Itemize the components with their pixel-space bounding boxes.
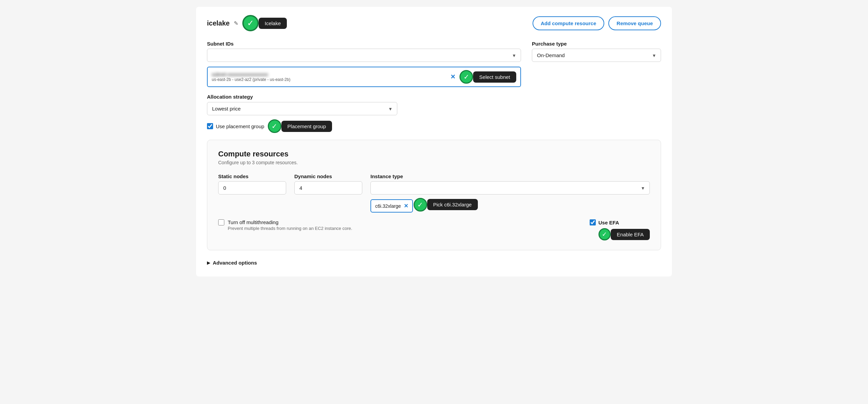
selected-subnet-item: subnet-xxxxxxxxxxxxxxxxx us-east-2b - us… (207, 67, 521, 87)
efa-label: Use EFA (598, 220, 619, 225)
queue-name: icelake (207, 19, 230, 27)
compute-resources-title: Compute resources (218, 150, 650, 158)
icelake-check-icon: ✓ (242, 15, 259, 31)
pick-instance-tooltip: Pick c6i.32xlarge (427, 199, 478, 210)
purchase-type-label: Purchase type (532, 41, 661, 47)
select-subnet-tooltip: Select subnet (473, 71, 516, 83)
subnet-ids-select[interactable] (207, 49, 521, 62)
static-nodes-input[interactable] (218, 181, 286, 195)
subnet-name: subnet-xxxxxxxxxxxxxxxxx (212, 72, 448, 77)
remove-queue-button[interactable]: Remove queue (608, 16, 661, 30)
placement-group-label[interactable]: Use placement group (207, 123, 264, 129)
efa-checkbox[interactable] (590, 219, 596, 225)
add-compute-resource-button[interactable]: Add compute resource (533, 16, 604, 30)
allocation-strategy-select[interactable]: Lowest price (207, 102, 397, 115)
efa-check-icon: ✓ (598, 228, 611, 240)
static-nodes-label: Static nodes (218, 173, 286, 179)
placement-group-text: Use placement group (216, 123, 264, 129)
selected-instance-tag: c6i.32xlarge ✕ (370, 199, 413, 213)
subnet-check-icon: ✓ (459, 70, 473, 84)
instance-check-icon: ✓ (414, 198, 427, 212)
allocation-strategy-label: Allocation strategy (207, 94, 253, 100)
compute-resources-section: Compute resources Configure up to 3 comp… (207, 140, 661, 250)
purchase-type-select[interactable]: On-Demand (532, 49, 661, 62)
advanced-options-label: Advanced options (213, 260, 257, 266)
advanced-options-toggle[interactable]: ▶ Advanced options (207, 257, 661, 268)
instance-type-select[interactable] (370, 181, 650, 195)
placement-group-tooltip: Placement group (281, 121, 332, 132)
subnet-close-icon[interactable]: ✕ (450, 74, 455, 80)
icelake-tooltip: Icelake (259, 18, 287, 29)
compute-resources-subtitle: Configure up to 3 compute resources. (218, 160, 650, 165)
placement-group-checkbox[interactable] (207, 123, 213, 129)
multithreading-desc: Prevent multiple threads from running on… (228, 226, 352, 231)
placement-group-check-icon: ✓ (268, 119, 281, 133)
instance-tag-close-icon[interactable]: ✕ (404, 203, 408, 209)
subnet-detail: us-east-2b - use2-az2 (private - us-east… (212, 77, 448, 82)
dynamic-nodes-label: Dynamic nodes (294, 173, 362, 179)
dynamic-nodes-input[interactable] (294, 181, 362, 195)
instance-tag-text: c6i.32xlarge (375, 203, 401, 209)
enable-efa-tooltip: Enable EFA (611, 229, 650, 240)
subnet-ids-label: Subnet IDs (207, 41, 521, 47)
edit-icon[interactable]: ✎ (234, 20, 238, 27)
advanced-options-chevron-icon: ▶ (207, 260, 210, 265)
multithreading-checkbox[interactable] (218, 219, 224, 225)
multithreading-label: Turn off multithreading (228, 219, 352, 225)
instance-type-label: Instance type (370, 173, 650, 179)
